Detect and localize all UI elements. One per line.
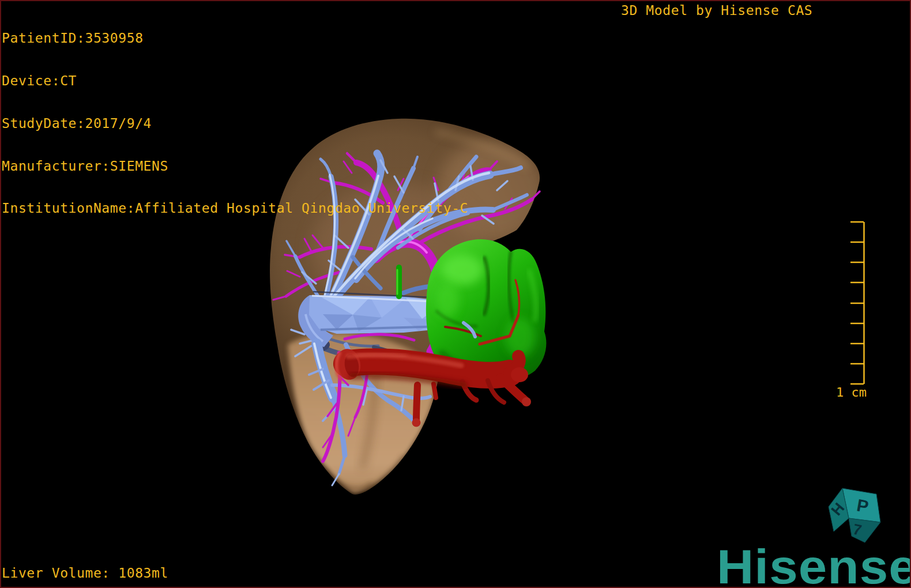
hisense-logo: Hisense [717,542,911,588]
scale-bar: 1 cm [836,222,867,399]
viewer-window: 1 cm P H 7 PatientID:3530958 Device:CT S… [0,0,911,588]
scale-bar-label: 1 cm [836,385,867,399]
watermark-label: 3D Model by Hisense CAS [621,3,812,18]
manufacturer-line: Manufacturer:SIEMENS [2,159,468,174]
orientation-cube[interactable]: P H 7 [827,488,880,542]
patient-info-overlay: PatientID:3530958 Device:CT StudyDate:20… [2,3,468,244]
study-date-line: StudyDate:2017/9/4 [2,116,468,131]
liver-volume-label: Liver Volume: 1083ml [2,566,168,581]
institution-line: InstitutionName:Affiliated Hospital Qing… [2,201,468,216]
device-line: Device:CT [2,74,468,88]
patient-id-line: PatientID:3530958 [2,31,468,46]
